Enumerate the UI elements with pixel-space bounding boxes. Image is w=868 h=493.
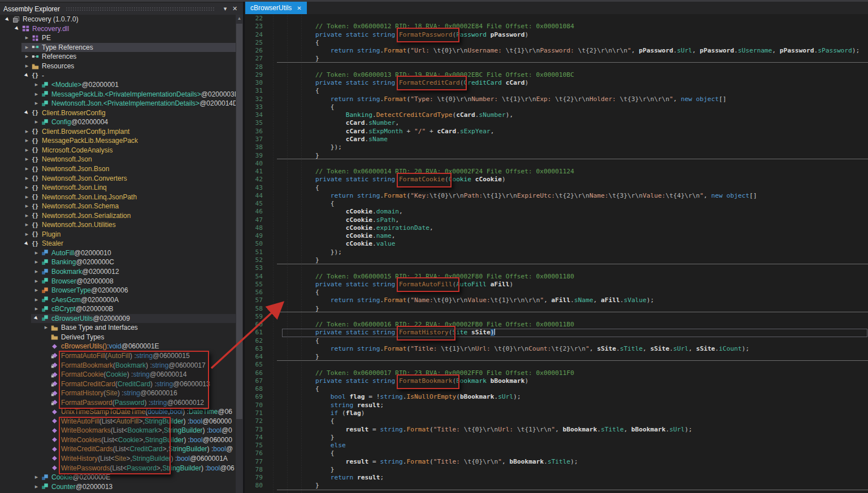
expand-icon[interactable]: ▶ xyxy=(33,251,40,255)
collapse-icon[interactable]: ▶ xyxy=(23,239,32,248)
tree-item[interactable]: ▶Browser @02000008 xyxy=(0,276,236,286)
code-line[interactable]: 71 if (flag) xyxy=(245,409,868,417)
expand-icon[interactable]: ▶ xyxy=(23,232,31,237)
tree-item[interactable]: ▶Recovery.dll xyxy=(0,24,236,34)
code-line[interactable]: 22 xyxy=(245,15,868,23)
tree-item[interactable]: ▶Derived Types xyxy=(0,333,236,342)
code-line[interactable]: 65 xyxy=(245,361,868,369)
expand-icon[interactable]: ▶ xyxy=(23,36,31,40)
code-line[interactable]: 69 bool flag = !string.IsNullOrEmpty(bBo… xyxy=(245,393,868,401)
code-line[interactable]: 32 return string.Format("Type: \t{0}\r\n… xyxy=(245,95,868,103)
code-line[interactable]: 45 { xyxy=(245,200,868,208)
expand-icon[interactable]: ▶ xyxy=(33,92,40,97)
expand-icon[interactable]: ▶ xyxy=(23,148,31,152)
code-line[interactable]: 41 // Token: 0x06000014 RID: 20 RVA: 0x0… xyxy=(245,168,868,176)
code-line[interactable]: 78 } xyxy=(245,466,868,474)
tree-item[interactable]: ▶Banking @0200000C xyxy=(0,258,236,267)
code-line[interactable]: 56 { xyxy=(245,289,868,296)
tree-item[interactable]: ▶cBrowserUtils @02000009 xyxy=(0,314,236,324)
expand-icon[interactable]: ▶ xyxy=(33,485,40,489)
code-line[interactable]: 47 cCookie.sPath, xyxy=(245,216,868,224)
tree-item[interactable]: ▶{}Newtonsoft.Json.Serialization xyxy=(0,211,236,220)
tree-item[interactable]: ▶{}Newtonsoft.Json.Bson xyxy=(0,164,236,174)
tab-cbrowserutils[interactable]: cBrowserUtils ✕ xyxy=(245,2,307,14)
code-line[interactable]: 60 // Token: 0x06000016 RID: 22 RVA: 0x0… xyxy=(245,321,868,329)
tree-item[interactable]: ▶Resources xyxy=(0,62,236,71)
expand-icon[interactable]: ▶ xyxy=(23,222,31,227)
code-line[interactable]: 61 private static string FormatHistory(S… xyxy=(245,329,868,337)
code-line[interactable]: 26 return string.Format("Url: \t{0}\r\nU… xyxy=(245,47,868,55)
tree-item[interactable]: ▶Config @02000004 xyxy=(0,117,236,127)
code-line[interactable]: 77 result = string.Format("Title: \t{0}\… xyxy=(245,458,868,466)
expand-icon[interactable]: ▶ xyxy=(23,204,31,208)
code-line[interactable]: 70 string result; xyxy=(245,402,868,409)
code-line[interactable]: 40 xyxy=(245,160,868,168)
expand-icon[interactable]: ▶ xyxy=(23,185,31,190)
code-line[interactable]: 31 { xyxy=(245,87,868,95)
expand-icon[interactable]: ▶ xyxy=(33,120,40,124)
code-line[interactable]: 53 xyxy=(245,264,868,272)
code-line[interactable]: 44 return string.Format("Key:\t{0}\r\nPa… xyxy=(245,192,868,200)
expand-icon[interactable]: ▶ xyxy=(23,129,31,134)
code-line[interactable]: 54 // Token: 0x06000015 RID: 21 RVA: 0x0… xyxy=(245,273,868,281)
panel-menu-chevron-down-icon[interactable]: ▾ xyxy=(220,5,230,12)
expand-icon[interactable]: ▶ xyxy=(33,101,40,106)
tree-item[interactable]: ▶{}Newtonsoft.Json.Linq xyxy=(0,183,236,193)
code-line[interactable]: 55 private static string FormatAutoFill(… xyxy=(245,281,868,289)
expand-icon[interactable]: ▶ xyxy=(23,167,31,171)
code-line[interactable]: 59 xyxy=(245,313,868,321)
tree-item[interactable]: ▶{}Plugin xyxy=(0,230,236,239)
code-line[interactable]: 38 }); xyxy=(245,143,868,151)
panel-close-icon[interactable]: ✕ xyxy=(230,5,240,12)
expand-icon[interactable]: ▶ xyxy=(42,325,50,330)
code-line[interactable]: 42 private static string FormatCookie(Co… xyxy=(245,176,868,184)
code-line[interactable]: 30 private static string FormatCreditCar… xyxy=(245,79,868,87)
expand-icon[interactable]: ▶ xyxy=(23,45,31,50)
code-line[interactable]: 76 { xyxy=(245,450,868,457)
collapse-icon[interactable]: ▶ xyxy=(32,314,41,323)
tree-item[interactable]: ▶{}Client.BrowserConfig xyxy=(0,108,236,117)
expand-icon[interactable]: ▶ xyxy=(33,288,40,293)
code-line[interactable]: 57 return string.Format("Name:\t{0}\r\nV… xyxy=(245,296,868,304)
code-line[interactable]: 63 return string.Format("Title: \t{1}\r\… xyxy=(245,345,868,353)
expand-icon[interactable]: ▶ xyxy=(23,138,31,143)
expand-icon[interactable]: ▶ xyxy=(33,260,40,264)
code-line[interactable]: 24 private static string FormatPassword(… xyxy=(245,31,868,39)
expand-icon[interactable]: ▶ xyxy=(23,54,31,59)
code-line[interactable]: 66 // Token: 0x06000017 RID: 23 RVA: 0x0… xyxy=(245,369,868,377)
collapse-icon[interactable]: ▶ xyxy=(3,15,12,24)
tree-item[interactable]: ▶{}Newtonsoft.Json.Schema xyxy=(0,202,236,211)
collapse-icon[interactable]: ▶ xyxy=(23,108,32,117)
code-line[interactable]: 37 cCard.sName xyxy=(245,136,868,143)
tree-item[interactable]: ▶Newtonsoft.Json.<PrivateImplementationD… xyxy=(0,99,236,108)
collapse-icon[interactable]: ▶ xyxy=(23,71,32,80)
expand-icon[interactable]: ▶ xyxy=(33,298,40,302)
tree-item[interactable]: ▶{}Client.BrowserConfig.Implant xyxy=(0,127,236,137)
scroll-up-arrow-icon[interactable]: ▲ xyxy=(236,15,243,23)
code-line[interactable]: 33 { xyxy=(245,103,868,111)
tree-item[interactable]: ▶References xyxy=(0,52,236,62)
code-line[interactable]: 51 }); xyxy=(245,248,868,256)
code-line[interactable]: 67 private static string FormatBookmark(… xyxy=(245,377,868,385)
collapse-icon[interactable]: ▶ xyxy=(13,24,22,33)
code-line[interactable]: 35 cCard.sNumber, xyxy=(245,119,868,127)
tree-item[interactable]: ▶BrowserType @02000006 xyxy=(0,286,236,295)
expand-icon[interactable]: ▶ xyxy=(33,307,40,311)
code-line[interactable]: 25 { xyxy=(245,39,868,47)
tree-item[interactable]: ▶Bookmark @02000012 xyxy=(0,267,236,277)
tree-item[interactable]: ▶Type References xyxy=(0,43,236,53)
expand-icon[interactable]: ▶ xyxy=(33,475,40,479)
code-line[interactable]: 49 cCookie.name, xyxy=(245,232,868,240)
tree-item[interactable]: ▶{}Microsoft.CodeAnalysis xyxy=(0,146,236,155)
expand-icon[interactable]: ▶ xyxy=(33,82,40,87)
tree-item[interactable]: ▶<Module> @02000001 xyxy=(0,80,236,90)
tree-item[interactable]: ▶AutoFill @02000010 xyxy=(0,248,236,258)
expand-icon[interactable]: ▶ xyxy=(23,195,31,199)
tab-close-icon[interactable]: ✕ xyxy=(297,5,301,11)
code-line[interactable]: 23 // Token: 0x06000012 RID: 18 RVA: 0x0… xyxy=(245,23,868,30)
code-line[interactable]: 79 return result; xyxy=(245,474,868,482)
tree-item[interactable]: ▶{}Newtonsoft.Json xyxy=(0,155,236,164)
tree-item[interactable]: ▶{}Stealer xyxy=(0,239,236,248)
code-line[interactable]: 73 result = string.Format("Title: \t{0}\… xyxy=(245,426,868,434)
tree-item[interactable]: ▶cAesGcm @0200000A xyxy=(0,295,236,304)
